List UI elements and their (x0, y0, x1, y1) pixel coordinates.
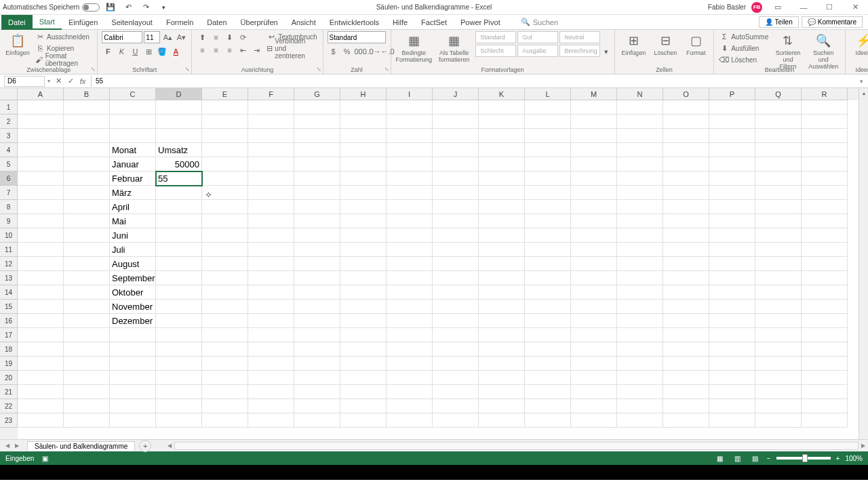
cell-B3[interactable] (64, 129, 110, 143)
cell-M21[interactable] (571, 385, 617, 399)
cell-D10[interactable] (156, 228, 202, 243)
cell-G1[interactable] (294, 100, 340, 115)
cell-O18[interactable] (663, 342, 709, 357)
border-icon[interactable]: ⊞ (142, 45, 155, 58)
cell-Q15[interactable] (755, 300, 802, 314)
col-header-K[interactable]: K (479, 88, 525, 100)
cell-F17[interactable] (248, 328, 294, 342)
cell-I17[interactable] (387, 328, 433, 342)
cell-I19[interactable] (387, 357, 433, 371)
cell-L9[interactable] (525, 214, 571, 228)
cells-area[interactable]: MonatUmsatzJanuar50000Februar55MärzApril… (18, 100, 859, 439)
cell-N2[interactable] (617, 115, 663, 129)
cell-E3[interactable] (202, 129, 248, 143)
row-header-6[interactable]: 6 (0, 171, 18, 186)
cell-M7[interactable] (571, 186, 617, 200)
cell-L11[interactable] (525, 243, 571, 257)
cell-H12[interactable] (340, 257, 387, 271)
cell-M4[interactable] (571, 143, 617, 157)
cell-J11[interactable] (433, 243, 479, 257)
cell-O13[interactable] (663, 271, 709, 285)
col-header-E[interactable]: E (202, 88, 248, 100)
cell-I3[interactable] (387, 129, 433, 143)
vertical-scrollbar[interactable]: ▴ (859, 88, 868, 439)
clear-button[interactable]: ⌫Löschen (718, 54, 770, 65)
align-center-icon[interactable]: ≡ (210, 44, 222, 56)
row-header-18[interactable]: 18 (0, 342, 18, 357)
cell-B4[interactable] (64, 143, 110, 157)
cell-F2[interactable] (248, 115, 294, 129)
cell-P4[interactable] (709, 143, 755, 157)
scroll-up-icon[interactable]: ▴ (859, 88, 868, 98)
cell-E15[interactable] (202, 300, 248, 314)
col-header-J[interactable]: J (433, 88, 479, 100)
cell-H15[interactable] (340, 300, 387, 314)
cell-C2[interactable] (110, 115, 156, 129)
cell-P15[interactable] (709, 300, 755, 314)
cell-B22[interactable] (64, 399, 110, 413)
cell-M9[interactable] (571, 214, 617, 228)
sort-filter-button[interactable]: ⇅Sortieren und Filtern (772, 31, 803, 72)
search-box[interactable]: 🔍 Suchen (521, 18, 558, 26)
cell-C10[interactable]: Juni (110, 228, 156, 243)
cell-K13[interactable] (479, 271, 525, 285)
cell-J13[interactable] (433, 271, 479, 285)
cell-E7[interactable] (202, 186, 248, 200)
cell-R18[interactable] (802, 342, 848, 357)
cell-G9[interactable] (294, 214, 340, 228)
cell-C8[interactable]: April (110, 200, 156, 214)
cell-E11[interactable] (202, 243, 248, 257)
fill-button[interactable]: ⬇Ausfüllen (718, 43, 770, 54)
cell-D12[interactable] (156, 257, 202, 271)
hscroll-left-icon[interactable]: ◀ (165, 441, 174, 451)
font-color-icon[interactable]: A (170, 45, 182, 58)
cell-D9[interactable] (156, 214, 202, 228)
format-table-button[interactable]: ▦Als Tabelle formatieren (435, 31, 473, 65)
cell-K7[interactable] (479, 186, 525, 200)
cell-N10[interactable] (617, 228, 663, 243)
cell-G3[interactable] (294, 129, 340, 143)
cell-K10[interactable] (479, 228, 525, 243)
cell-G2[interactable] (294, 115, 340, 129)
cell-G21[interactable] (294, 385, 340, 399)
cell-A13[interactable] (18, 271, 64, 285)
page-layout-view-icon[interactable]: ▥ (732, 453, 744, 463)
cell-K3[interactable] (479, 129, 525, 143)
cell-I11[interactable] (387, 243, 433, 257)
name-box[interactable] (4, 76, 45, 87)
cell-G20[interactable] (294, 371, 340, 385)
cell-K17[interactable] (479, 328, 525, 342)
cell-M3[interactable] (571, 129, 617, 143)
cell-K11[interactable] (479, 243, 525, 257)
col-header-L[interactable]: L (525, 88, 571, 100)
row-header-15[interactable]: 15 (0, 300, 18, 314)
cell-N5[interactable] (617, 157, 663, 171)
cell-D6[interactable]: 55 (156, 171, 202, 186)
cell-E9[interactable] (202, 214, 248, 228)
cell-M16[interactable] (571, 314, 617, 328)
cell-D3[interactable] (156, 129, 202, 143)
cell-H8[interactable] (340, 200, 387, 214)
cell-M12[interactable] (571, 257, 617, 271)
cell-I14[interactable] (387, 285, 433, 300)
percent-icon[interactable]: % (341, 45, 353, 58)
col-header-O[interactable]: O (663, 88, 709, 100)
cell-J22[interactable] (433, 399, 479, 413)
cell-R23[interactable] (802, 413, 848, 428)
cell-B13[interactable] (64, 271, 110, 285)
cell-F11[interactable] (248, 243, 294, 257)
row-header-17[interactable]: 17 (0, 328, 18, 342)
paste-button[interactable]: 📋 Einfügen (4, 31, 31, 58)
cell-E20[interactable] (202, 371, 248, 385)
cell-L10[interactable] (525, 228, 571, 243)
tab-home[interactable]: Start (33, 15, 62, 30)
cell-G18[interactable] (294, 342, 340, 357)
cell-Q22[interactable] (755, 399, 802, 413)
cell-E23[interactable] (202, 413, 248, 428)
cell-P3[interactable] (709, 129, 755, 143)
cell-O19[interactable] (663, 357, 709, 371)
cell-D22[interactable] (156, 399, 202, 413)
cell-L6[interactable] (525, 171, 571, 186)
cell-B14[interactable] (64, 285, 110, 300)
col-header-M[interactable]: M (571, 88, 617, 100)
